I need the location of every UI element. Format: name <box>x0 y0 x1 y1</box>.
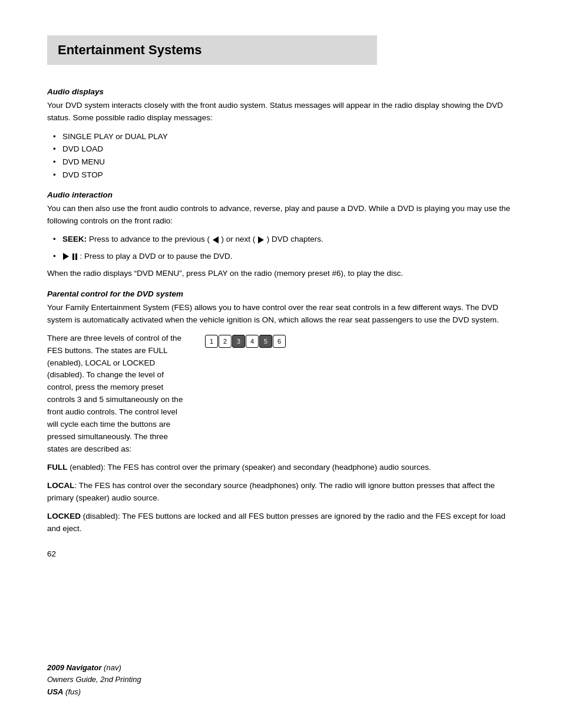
locked-text: (disabled): The FES buttons are locked a… <box>47 512 505 533</box>
local-text: : The FES has control over the secondary… <box>47 481 495 502</box>
play-pause-content: : Press to play a DVD or to pause the DV… <box>62 251 232 263</box>
local-label: LOCAL <box>47 481 75 490</box>
audio-displays-heading: Audio displays <box>47 87 515 96</box>
seek-label: SEEK: <box>62 235 87 243</box>
preset-buttons-group: 1 2 3 4 5 6 <box>200 332 286 348</box>
full-label: FULL <box>47 463 68 472</box>
list-item: DVD STOP <box>53 169 515 182</box>
preset-btn-6[interactable]: 6 <box>273 335 286 348</box>
seek-text: Press to advance to the previous ( <box>89 235 210 243</box>
preset-btn-4[interactable]: 4 <box>246 335 259 348</box>
preset-btn-2[interactable]: 2 <box>219 335 232 348</box>
list-item: DVD MENU <box>53 156 515 169</box>
locked-label: LOCKED <box>47 512 81 521</box>
parental-control-heading: Parental control for the DVD system <box>47 289 515 298</box>
audio-displays-section: Audio displays Your DVD system interacts… <box>47 87 515 181</box>
prev-icon <box>213 236 219 243</box>
page-container: Entertainment Systems Audio displays You… <box>0 0 562 728</box>
footer-line1: 2009 Navigator (nav) <box>47 662 141 674</box>
pause-bar-2 <box>75 253 77 260</box>
seek-content: SEEK: Press to advance to the previous (… <box>62 233 323 246</box>
pause-bar-1 <box>72 253 74 260</box>
page-number: 62 <box>47 549 515 558</box>
audio-displays-list: SINGLE PLAY or DUAL PLAY DVD LOAD DVD ME… <box>53 130 515 181</box>
full-text-para: FULL (enabled): The FES has control over… <box>47 462 515 474</box>
seek-bullet: SEEK: Press to advance to the previous (… <box>53 233 515 246</box>
footer-year-model: 2009 Navigator <box>47 663 102 672</box>
seek-end: ) DVD chapters. <box>267 235 323 243</box>
three-levels-text: There are three levels of control of the… <box>47 332 189 456</box>
title-box: Entertainment Systems <box>47 35 377 65</box>
parental-control-para1: Your Family Entertainment System (FES) a… <box>47 302 515 327</box>
three-levels-row: There are three levels of control of the… <box>47 332 515 456</box>
full-text: (enabled): The FES has control over the … <box>68 463 431 472</box>
footer-country: USA <box>47 687 63 696</box>
dvd-menu-text: When the radio displays “DVD MENU”, pres… <box>47 268 515 280</box>
pause-icon <box>72 253 77 260</box>
locked-text-para: LOCKED (disabled): The FES buttons are l… <box>47 510 515 535</box>
audio-displays-intro: Your DVD system interacts closely with t… <box>47 100 515 124</box>
audio-interaction-intro: You can then also use the front audio co… <box>47 203 515 228</box>
footer-line2: Owners Guide, 2nd Printing <box>47 674 141 686</box>
page-title: Entertainment Systems <box>58 42 366 58</box>
footer-nav-suffix: (nav) <box>102 663 121 672</box>
footer: 2009 Navigator (nav) Owners Guide, 2nd P… <box>47 662 141 699</box>
next-icon <box>258 236 264 243</box>
play-pause-bullet: : Press to play a DVD or to pause the DV… <box>53 251 515 263</box>
audio-interaction-section: Audio interaction You can then also use … <box>47 190 515 280</box>
preset-btn-1[interactable]: 1 <box>205 335 218 348</box>
three-levels-content: There are three levels of control of the… <box>47 334 183 453</box>
parental-control-section: Parental control for the DVD system Your… <box>47 289 515 535</box>
footer-country-suffix: (fus) <box>63 687 81 696</box>
preset-btn-5[interactable]: 5 <box>259 335 272 348</box>
play-icon <box>63 253 69 260</box>
list-item: SINGLE PLAY or DUAL PLAY <box>53 130 515 143</box>
footer-line3: USA (fus) <box>47 686 141 699</box>
play-pause-text: : Press to play a DVD or to pause the DV… <box>80 252 233 261</box>
list-item: DVD LOAD <box>53 143 515 156</box>
local-text-para: LOCAL: The FES has control over the seco… <box>47 480 515 505</box>
preset-btn-3[interactable]: 3 <box>232 335 245 348</box>
audio-interaction-heading: Audio interaction <box>47 190 515 199</box>
preset-buttons: 1 2 3 4 5 6 <box>205 335 286 348</box>
seek-middle: ) or next ( <box>221 235 255 243</box>
